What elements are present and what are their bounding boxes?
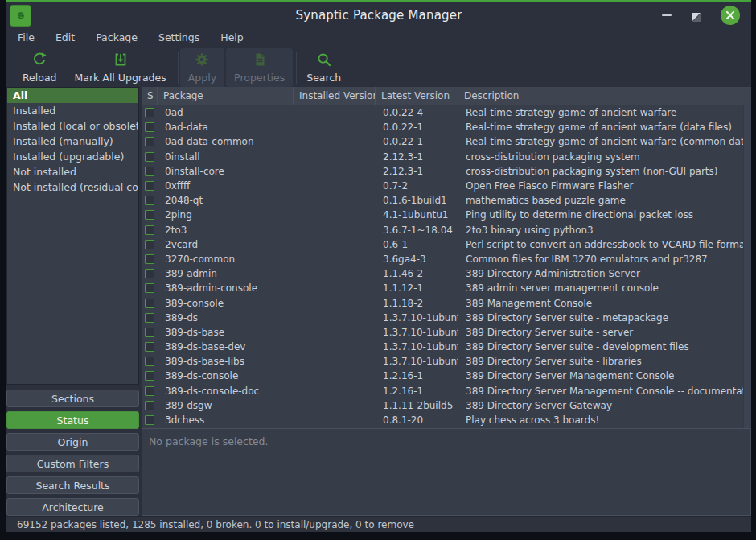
package-name-cell: 389-ds: [158, 312, 294, 324]
package-checkbox[interactable]: [145, 371, 154, 381]
menu-edit[interactable]: Edit: [55, 31, 75, 43]
package-name-cell: 0ad-data-common: [158, 136, 294, 147]
latest-version-cell: 1.1.12-1: [376, 282, 458, 294]
description-cell: 389 Directory Server Gateway: [458, 400, 751, 411]
reload-button[interactable]: Reload: [14, 48, 65, 87]
table-row[interactable]: 3270-common3.6ga4-3Common files for IBM …: [142, 252, 751, 266]
search-button[interactable]: Search: [298, 48, 349, 87]
table-row[interactable]: 389-ds-base-dev1.3.7.10-1ubuntu1389 Dire…: [142, 340, 751, 354]
toolbar-separator: [178, 52, 179, 84]
description-cell: cross-distribution packaging system: [458, 151, 751, 163]
filter-item-not-installed-residual-config[interactable]: Not installed (residual config): [7, 179, 138, 195]
package-checkbox[interactable]: [145, 254, 154, 264]
maximize-icon[interactable]: [691, 10, 701, 21]
package-checkbox[interactable]: [145, 313, 154, 323]
table-row[interactable]: 389-ds-base1.3.7.10-1ubuntu1389 Director…: [142, 325, 751, 340]
package-checkbox[interactable]: [145, 167, 154, 176]
table-row[interactable]: 0install-core2.12.3-1cross-distribution …: [142, 164, 751, 179]
table-row[interactable]: 389-console1.1.18-2389 Management Consol…: [142, 295, 751, 310]
package-checkbox[interactable]: [145, 269, 154, 278]
package-checkbox[interactable]: [145, 196, 154, 205]
table-row[interactable]: 2vcard0.6-1Perl script to convert an add…: [142, 237, 751, 252]
filter-item-installed[interactable]: Installed: [7, 103, 138, 118]
package-checkbox[interactable]: [145, 401, 154, 410]
package-name-cell: 2to3: [158, 225, 294, 236]
table-row[interactable]: 389-ds-base-libs1.3.7.10-1ubuntu1389 Dir…: [142, 354, 751, 369]
column-header-latest-version[interactable]: Latest Version: [376, 87, 458, 105]
sidebar-button-custom-filters[interactable]: Custom Filters: [6, 455, 139, 472]
package-checkbox[interactable]: [145, 210, 154, 220]
table-row[interactable]: 2ping4.1-1ubuntu1Ping utility to determi…: [142, 208, 751, 222]
filter-item-not-installed[interactable]: Not installed: [7, 164, 138, 179]
column-header-s[interactable]: S: [142, 87, 158, 105]
toolbar-button-label: Reload: [23, 72, 57, 84]
package-checkbox[interactable]: [145, 283, 154, 293]
latest-version-cell: 1.3.7.10-1ubuntu1: [376, 312, 458, 324]
description-cell: Open Free Fiasco Firmware Flasher: [458, 180, 751, 192]
sidebar-button-sections[interactable]: Sections: [6, 390, 139, 407]
table-row[interactable]: 389-ds-console-doc1.2.16-1389 Directory …: [142, 384, 751, 398]
package-details-panel: No package is selected.: [142, 428, 751, 516]
description-cell: Play chess across 3 boards!: [458, 414, 751, 426]
description-cell: 389 admin server management console: [458, 282, 751, 294]
table-row[interactable]: 2to33.6.7-1~18.042to3 binary using pytho…: [142, 223, 751, 237]
package-checkbox[interactable]: [145, 122, 154, 132]
latest-version-cell: 3.6.7-1~18.04: [376, 225, 458, 236]
table-row[interactable]: 0install2.12.3-1cross-distribution packa…: [142, 150, 751, 164]
package-checkbox[interactable]: [145, 181, 154, 191]
package-checkbox[interactable]: [145, 152, 154, 162]
menu-help[interactable]: Help: [220, 31, 244, 43]
status-cell: [142, 299, 158, 308]
menu-settings[interactable]: Settings: [158, 31, 199, 43]
column-header-description[interactable]: Description: [458, 87, 751, 105]
table-row[interactable]: 389-dsgw1.1.11-2build5389 Directory Serv…: [142, 398, 751, 413]
sidebar-button-origin[interactable]: Origin: [6, 433, 139, 451]
menu-package[interactable]: Package: [96, 31, 138, 43]
mark-all-upgrades-button[interactable]: Mark All Upgrades: [67, 48, 175, 87]
menubar: FileEditPackageSettingsHelp: [6, 28, 751, 47]
package-checkbox[interactable]: [145, 240, 154, 249]
table-row[interactable]: 0xffff0.7-2Open Free Fiasco Firmware Fla…: [142, 179, 751, 193]
status-cell: [142, 254, 158, 264]
filter-item-installed-local-or-obsolete[interactable]: Installed (local or obsolete): [7, 118, 138, 134]
description-cell: 389 Directory Server suite - metapackage: [458, 312, 751, 324]
minimize-icon[interactable]: [662, 14, 672, 16]
toolbar-button-label: Mark All Upgrades: [75, 72, 166, 84]
package-checkbox[interactable]: [145, 342, 154, 352]
package-checkbox[interactable]: [145, 328, 154, 337]
package-name-cell: 389-admin: [158, 268, 294, 279]
table-row[interactable]: 389-ds-console1.2.16-1389 Directory Serv…: [142, 369, 751, 383]
sidebar-button-architecture[interactable]: Architecture: [6, 498, 139, 516]
table-row[interactable]: 389-ds1.3.7.10-1ubuntu1389 Directory Ser…: [142, 311, 751, 325]
package-checkbox[interactable]: [145, 357, 154, 366]
column-header-package[interactable]: Package: [158, 87, 294, 105]
menu-file[interactable]: File: [18, 31, 35, 43]
table-row[interactable]: 389-admin-console1.1.12-1389 admin serve…: [142, 281, 751, 295]
sidebar-button-status[interactable]: Status: [6, 411, 139, 429]
vertical-scrollbar[interactable]: [743, 105, 751, 428]
table-row[interactable]: 0ad-data-common0.0.22-1Real-time strateg…: [142, 134, 751, 149]
package-checkbox[interactable]: [145, 225, 154, 235]
package-checkbox[interactable]: [145, 108, 154, 117]
filter-item-installed-manually[interactable]: Installed (manually): [7, 134, 138, 149]
sidebar-button-search-results[interactable]: Search Results: [6, 476, 139, 494]
filter-item-installed-upgradable[interactable]: Installed (upgradable): [7, 149, 138, 164]
table-row[interactable]: 2048-qt0.1.6-1build1mathematics based pu…: [142, 193, 751, 208]
latest-version-cell: 0.7-2: [376, 180, 458, 192]
package-checkbox[interactable]: [145, 137, 154, 146]
table-row[interactable]: 3dchess0.8.1-20Play chess across 3 board…: [142, 413, 751, 427]
package-name-cell: 3270-common: [158, 254, 294, 265]
table-row[interactable]: 0ad-data0.0.22-1Real-time strategy game …: [142, 120, 751, 134]
close-icon[interactable]: [721, 6, 740, 25]
latest-version-cell: 0.8.1-20: [376, 414, 458, 426]
package-checkbox[interactable]: [145, 299, 154, 308]
package-name-cell: 2048-qt: [158, 195, 294, 206]
table-row[interactable]: 389-admin1.1.46-2389 Directory Administr…: [142, 266, 751, 281]
package-checkbox[interactable]: [145, 415, 154, 425]
filter-item-all[interactable]: All: [7, 88, 138, 103]
column-header-installed-version[interactable]: Installed Version: [294, 87, 376, 105]
table-row[interactable]: 0ad0.0.22-4Real-time strategy game of an…: [142, 105, 751, 120]
package-name-cell: 389-dsgw: [158, 400, 294, 411]
content-pane: SPackageInstalled VersionLatest VersionD…: [142, 87, 751, 516]
package-checkbox[interactable]: [145, 386, 154, 396]
